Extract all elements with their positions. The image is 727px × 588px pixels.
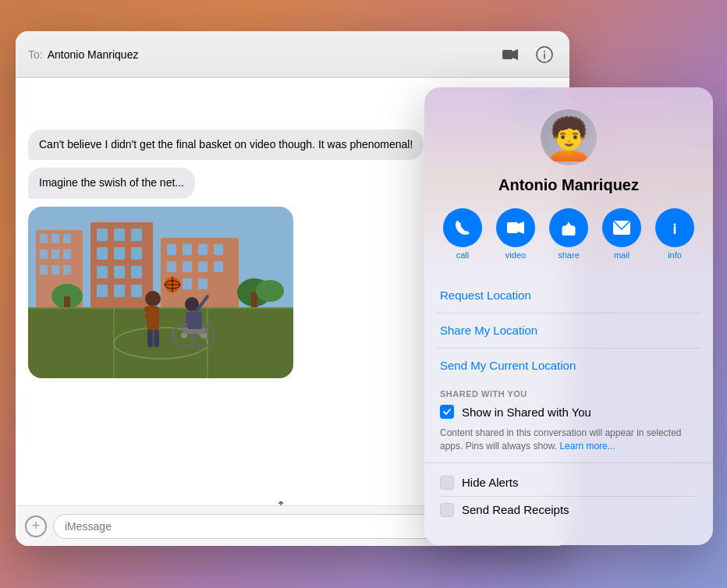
share-contact-button[interactable] <box>549 208 588 247</box>
info-contact-button[interactable] <box>655 208 694 247</box>
image-share-button[interactable] <box>268 495 293 505</box>
svg-rect-22 <box>131 247 142 260</box>
svg-rect-10 <box>40 250 48 259</box>
svg-rect-36 <box>198 261 207 272</box>
shared-with-you-section: SHARED WITH YOU Show in Shared with You … <box>424 383 713 463</box>
mail-icon <box>613 221 630 235</box>
message-bubble-incoming-2: Imagine the swish of the net... <box>28 168 195 199</box>
video-call-button[interactable] <box>498 42 523 67</box>
svg-rect-27 <box>114 285 125 297</box>
action-video-col: video <box>496 208 535 260</box>
toolbar-icons <box>498 42 557 67</box>
contact-panel-name: Antonio Manriquez <box>440 176 697 194</box>
info-label: info <box>668 250 682 260</box>
action-mail-col: mail <box>602 208 641 260</box>
svg-rect-37 <box>214 261 223 272</box>
svg-rect-44 <box>251 292 257 308</box>
request-location-text: Request Location <box>440 289 531 302</box>
call-label: call <box>456 250 470 260</box>
shared-description: Content shared in this conversation will… <box>440 427 697 453</box>
to-label: To: <box>28 48 43 61</box>
send-read-receipts-label: Send Read Receipts <box>462 503 569 516</box>
svg-rect-26 <box>97 285 108 297</box>
svg-rect-56 <box>154 330 159 347</box>
share-my-location-item[interactable]: Share My Location <box>437 313 700 349</box>
svg-rect-42 <box>64 296 70 308</box>
svg-rect-13 <box>40 265 48 275</box>
info-button[interactable] <box>532 42 557 67</box>
svg-rect-12 <box>63 250 71 259</box>
panel-header: 🧑‍🦱 Antonio Manriquez call <box>424 87 713 278</box>
svg-rect-31 <box>183 244 192 255</box>
share-label: share <box>558 250 580 260</box>
action-info-col: info <box>655 208 694 260</box>
message-image-bubble <box>28 207 293 378</box>
messages-toolbar: To: Antonio Manriquez <box>16 31 569 78</box>
svg-rect-68 <box>188 312 202 329</box>
share-contact-icon <box>561 220 576 236</box>
svg-rect-55 <box>147 330 153 347</box>
svg-rect-11 <box>51 250 59 259</box>
send-current-location-text: Send My Current Location <box>440 359 576 372</box>
avatar: 🧑‍🦱 <box>541 109 597 165</box>
shared-with-you-header: SHARED WITH YOU <box>440 389 697 398</box>
svg-rect-9 <box>63 234 71 243</box>
action-buttons-row: call video <box>440 208 697 260</box>
hide-alerts-row: Hide Alerts <box>440 469 697 497</box>
learn-more-link[interactable]: Learn more... <box>559 441 615 452</box>
svg-rect-24 <box>114 266 125 278</box>
svg-marker-73 <box>518 221 524 234</box>
contact-panel: 🧑‍🦱 Antonio Manriquez call <box>424 87 713 545</box>
video-button[interactable] <box>496 208 535 247</box>
svg-rect-46 <box>28 308 293 378</box>
message-bubble-incoming-1: Can't believe I didn't get the final bas… <box>28 129 424 161</box>
svg-rect-17 <box>97 228 108 241</box>
mail-button[interactable] <box>602 208 641 247</box>
basketball-scene-svg <box>28 207 293 378</box>
show-in-shared-label: Show in Shared with You <box>462 406 591 419</box>
svg-rect-18 <box>114 228 125 241</box>
checkmark-icon <box>443 409 451 415</box>
add-button[interactable]: + <box>25 515 47 537</box>
send-read-receipts-row: Send Read Receipts <box>440 497 697 523</box>
svg-rect-30 <box>167 244 176 255</box>
hide-alerts-label: Hide Alerts <box>462 476 519 489</box>
send-current-location-item[interactable]: Send My Current Location <box>437 349 700 383</box>
video-label: video <box>505 250 526 260</box>
svg-rect-33 <box>214 244 223 255</box>
call-button[interactable] <box>443 208 482 247</box>
svg-rect-34 <box>167 261 176 272</box>
avatar-memoji: 🧑‍🦱 <box>544 119 594 159</box>
send-read-receipts-checkbox[interactable] <box>440 503 454 517</box>
svg-rect-8 <box>51 234 59 243</box>
panel-list: Request Location Share My Location Send … <box>424 278 713 383</box>
svg-rect-23 <box>97 266 108 278</box>
hide-alerts-checkbox[interactable] <box>440 476 454 490</box>
toolbar-contact-name: Antonio Manriquez <box>48 48 139 61</box>
svg-rect-19 <box>131 228 142 241</box>
svg-rect-14 <box>51 265 59 275</box>
svg-point-3 <box>544 51 545 52</box>
svg-point-51 <box>145 291 161 306</box>
info-circle-icon <box>536 46 553 63</box>
svg-rect-32 <box>198 244 207 255</box>
show-in-shared-row: Show in Shared with You <box>440 405 697 419</box>
svg-rect-72 <box>507 222 518 233</box>
svg-rect-0 <box>502 50 512 59</box>
info-icon <box>666 219 683 236</box>
action-share-col: share <box>549 208 588 260</box>
svg-point-81 <box>674 224 676 226</box>
svg-rect-25 <box>131 266 142 278</box>
svg-rect-28 <box>131 285 142 297</box>
svg-rect-7 <box>40 234 48 243</box>
request-location-item[interactable]: Request Location <box>437 278 700 313</box>
svg-marker-1 <box>512 49 518 60</box>
share-my-location-text: Share My Location <box>440 324 537 337</box>
svg-rect-40 <box>198 278 207 289</box>
svg-rect-15 <box>63 265 71 275</box>
phone-icon <box>454 219 471 236</box>
action-call-col: call <box>443 208 482 260</box>
svg-point-45 <box>256 280 284 302</box>
share-icon <box>275 501 287 505</box>
show-in-shared-checkbox[interactable] <box>440 405 454 419</box>
